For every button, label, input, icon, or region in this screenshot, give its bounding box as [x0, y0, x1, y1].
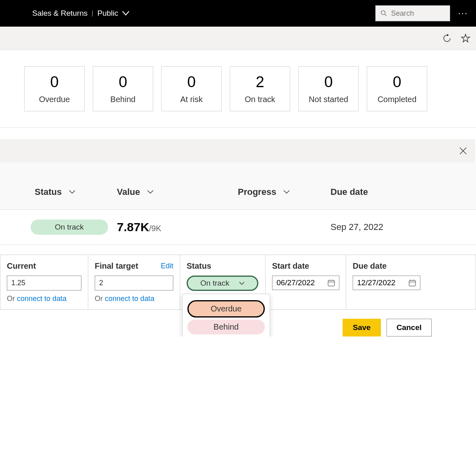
panel-header [0, 139, 475, 163]
or-connect: Or connect to data [7, 295, 81, 303]
current-label: Current [7, 261, 81, 271]
card-count: 0 [393, 73, 401, 91]
column-headers: Status Value Progress Due date [0, 163, 476, 209]
due-cell: Sep 27, 2022 [330, 222, 411, 232]
final-input[interactable] [95, 276, 173, 290]
final-field-group: Final target Edit Or connect to data [88, 255, 180, 309]
chevron-down-icon [69, 190, 75, 194]
header-due: Due date [330, 187, 411, 197]
status-card-ontrack[interactable]: 2 On track [230, 66, 290, 111]
final-label: Final target Edit [95, 261, 173, 271]
status-card-overdue[interactable]: 0 Overdue [24, 66, 85, 111]
svg-rect-4 [328, 280, 335, 286]
close-icon[interactable] [459, 147, 467, 155]
calendar-icon[interactable] [328, 279, 335, 286]
status-label: Status [187, 261, 259, 271]
top-bar: Sales & Returns | Public ··· [0, 0, 476, 27]
current-input[interactable] [7, 276, 81, 290]
status-dropdown[interactable]: On track [187, 276, 258, 291]
status-pill: On track [31, 219, 108, 235]
due-date-input[interactable] [353, 276, 420, 290]
due-date-group: Due date [346, 255, 427, 309]
connect-data-link[interactable]: connect to data [17, 295, 67, 303]
card-count: 0 [187, 73, 195, 91]
goal-row[interactable]: On track 7.87K/9K Sep 27, 2022 [0, 209, 476, 245]
svg-point-0 [381, 10, 385, 15]
svg-line-1 [385, 15, 386, 16]
card-count: 0 [50, 73, 58, 91]
header-status[interactable]: Status [0, 187, 117, 197]
cancel-button[interactable]: Cancel [387, 319, 432, 336]
card-label: Not started [309, 95, 348, 104]
save-button[interactable]: Save [343, 319, 380, 336]
edit-form: Current Or connect to data Final target … [0, 255, 476, 310]
edit-link[interactable]: Edit [161, 262, 173, 270]
status-option-overdue[interactable]: Overdue [187, 300, 265, 318]
status-field-group: Status On track Overdue Behind At risk O… [180, 255, 266, 309]
more-icon[interactable]: ··· [458, 8, 468, 19]
search-icon [380, 9, 387, 17]
card-label: Completed [378, 95, 417, 104]
header-value[interactable]: Value [117, 187, 238, 197]
refresh-icon[interactable] [442, 33, 452, 43]
header-progress[interactable]: Progress [238, 187, 330, 197]
status-card-completed[interactable]: 0 Completed [367, 66, 427, 111]
search-field[interactable] [391, 9, 445, 18]
start-date-group: Start date [266, 255, 346, 309]
current-field-group: Current Or connect to data [0, 255, 88, 309]
start-date-input[interactable] [272, 276, 339, 290]
toolbar [0, 27, 476, 50]
due-label: Due date [353, 261, 420, 271]
chevron-down-icon [122, 11, 129, 16]
chevron-down-icon [239, 282, 245, 285]
status-card-notstarted[interactable]: 0 Not started [298, 66, 359, 111]
chevron-down-icon [147, 190, 154, 194]
start-label: Start date [272, 261, 339, 271]
visibility-dropdown[interactable]: Public [97, 9, 129, 18]
card-label: On track [245, 95, 275, 104]
search-input[interactable] [375, 5, 450, 21]
card-label: Overdue [39, 95, 70, 104]
svg-rect-8 [409, 280, 416, 286]
connect-data-link[interactable]: connect to data [105, 295, 154, 303]
card-label: Behind [110, 95, 135, 104]
chevron-down-icon [283, 190, 290, 194]
workspace-name: Sales & Returns [32, 9, 87, 18]
calendar-icon[interactable] [409, 279, 416, 286]
status-menu: Overdue Behind At risk On track Not star… [182, 294, 270, 336]
card-count: 2 [256, 73, 264, 91]
card-count: 0 [324, 73, 333, 91]
workspace-breadcrumb[interactable]: Sales & Returns | Public [32, 9, 129, 18]
visibility-label: Public [97, 9, 118, 18]
value-cell: 7.87K/9K [117, 220, 238, 234]
breadcrumb-divider: | [91, 10, 93, 17]
card-count: 0 [118, 73, 127, 91]
status-cards-row: 0 Overdue 0 Behind 0 At risk 2 On track … [0, 50, 476, 128]
star-icon[interactable] [461, 33, 470, 43]
card-label: At risk [180, 95, 203, 104]
status-card-behind[interactable]: 0 Behind [93, 66, 153, 111]
status-card-atrisk[interactable]: 0 At risk [161, 66, 222, 111]
or-connect: Or connect to data [95, 295, 173, 303]
status-option-behind[interactable]: Behind [187, 320, 265, 334]
